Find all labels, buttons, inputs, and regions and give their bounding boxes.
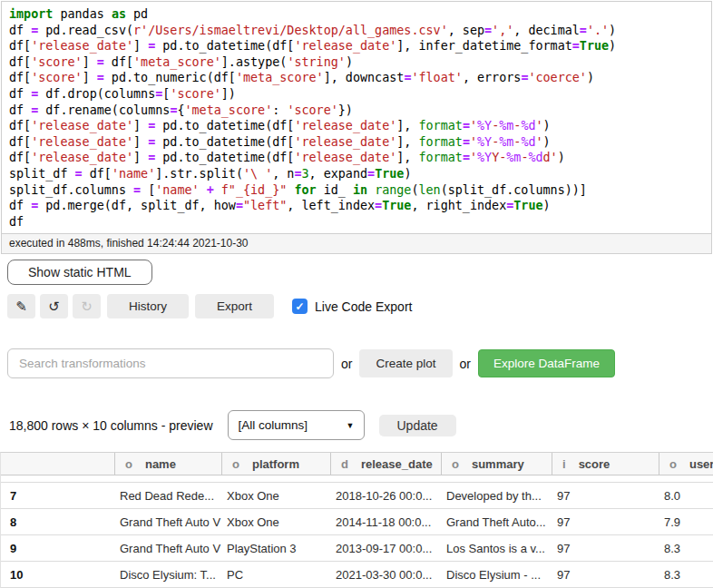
table-row[interactable]: 7Red Dead Rede...Xbox One2018-10-26 00:0… bbox=[1, 483, 713, 509]
table-cell: Developed by th... bbox=[441, 483, 552, 508]
code-line: df['score'] = pd.to_numeric(df['meta_sco… bbox=[9, 70, 704, 86]
table-cell: 8.3 bbox=[659, 535, 713, 561]
dtype-badge: o bbox=[232, 457, 239, 471]
or-label: or bbox=[460, 357, 471, 371]
code-line: df = pd.read_csv(r'/Users/ismaeltrevi/De… bbox=[9, 23, 704, 39]
row-index: 9 bbox=[1, 535, 114, 561]
table-row[interactable]: 9Grand Theft Auto VPlayStation 32013-09-… bbox=[1, 535, 713, 562]
column-label: user bbox=[689, 457, 713, 471]
caret-down-icon: ▼ bbox=[347, 421, 355, 430]
table-cell: Disco Elysium - ... bbox=[441, 562, 552, 587]
redo-button[interactable]: ↻ bbox=[73, 294, 101, 318]
code-line: df['score'] = df['meta_score'].astype('s… bbox=[9, 54, 704, 71]
column-header-user[interactable]: ouser bbox=[659, 453, 713, 475]
explore-dataframe-button[interactable]: Explore DataFrame bbox=[478, 349, 615, 377]
table-cell: PlayStation 3 bbox=[221, 535, 330, 561]
live-code-export-checkbox[interactable]: ✓ bbox=[292, 299, 308, 314]
code-line: import pandas as pd bbox=[9, 6, 704, 23]
undo-button[interactable]: ↺ bbox=[40, 294, 68, 318]
or-label: or bbox=[341, 357, 352, 371]
table-cell: 8.0 bbox=[659, 483, 713, 508]
code-line: df = pd.merge(df, split_df, how="left", … bbox=[9, 198, 704, 214]
table-cell: Grand Theft Auto... bbox=[441, 509, 552, 534]
undo-icon: ↺ bbox=[48, 299, 60, 315]
table-cell: Xbox One bbox=[221, 509, 330, 534]
table-header-row: onameoplatformdrelease_dateosummaryiscor… bbox=[1, 453, 713, 475]
pencil-icon: ✎ bbox=[15, 299, 27, 315]
column-label: score bbox=[579, 457, 610, 471]
table-cell: 97 bbox=[552, 509, 659, 534]
search-transformations-input[interactable] bbox=[7, 348, 334, 378]
checkmark-icon: ✓ bbox=[296, 300, 305, 313]
column-header-platform[interactable]: oplatform bbox=[221, 453, 330, 475]
code-line: df['release_date'] = pd.to_datetime(df['… bbox=[9, 38, 704, 54]
column-label: release_date bbox=[361, 457, 433, 471]
table-cell: Red Dead Rede... bbox=[114, 483, 221, 508]
index-column-header bbox=[1, 453, 114, 475]
column-header-score[interactable]: iscore bbox=[552, 453, 659, 475]
column-label: platform bbox=[252, 457, 299, 471]
table-cell: 2021-03-30 00:0... bbox=[330, 562, 441, 587]
dataframe-preview-table[interactable]: onameoplatformdrelease_dateosummaryiscor… bbox=[0, 452, 713, 588]
row-index: 7 bbox=[1, 483, 114, 508]
table-cell: 97 bbox=[552, 535, 659, 561]
table-row[interactable]: 10Disco Elysium: T...PC2021-03-30 00:0..… bbox=[1, 562, 713, 588]
history-button[interactable]: History bbox=[107, 294, 189, 318]
column-filter-value: [All columns] bbox=[239, 418, 308, 432]
table-body: 7Red Dead Rede...Xbox One2018-10-26 00:0… bbox=[1, 483, 713, 588]
row-index: 10 bbox=[1, 562, 114, 587]
column-header-release_date[interactable]: drelease_date bbox=[330, 453, 441, 475]
code-line: split_df.columns = ['name' + f"_{id_}" f… bbox=[9, 182, 704, 199]
table-cell: Grand Theft Auto V bbox=[114, 535, 221, 561]
table-cell: Grand Theft Auto V bbox=[114, 509, 221, 534]
code-area[interactable]: import pandas as pddf = pd.read_csv(r'/U… bbox=[2, 2, 711, 233]
table-cell: 7.9 bbox=[659, 509, 713, 534]
table-cell: PC bbox=[221, 562, 330, 587]
table-cell: Xbox One bbox=[221, 483, 330, 508]
table-partial-row bbox=[1, 475, 713, 483]
table-cell: Los Santos is a v... bbox=[441, 535, 552, 561]
toolbar: ✎ ↺ ↻ History Export ✓ Live Code Export bbox=[7, 294, 713, 318]
dtype-badge: o bbox=[452, 457, 459, 471]
table-cell: 2013-09-17 00:0... bbox=[330, 535, 441, 561]
code-line: df bbox=[9, 214, 704, 230]
table-cell: 97 bbox=[552, 483, 659, 508]
create-plot-button[interactable]: Create plot bbox=[359, 349, 452, 377]
row-index: 8 bbox=[1, 509, 114, 534]
code-line: split_df = df['name'].str.split('\ ', n=… bbox=[9, 166, 704, 182]
table-cell: Disco Elysium: T... bbox=[114, 562, 221, 587]
column-header-summary[interactable]: osummary bbox=[441, 453, 552, 475]
table-cell: 2018-10-26 00:0... bbox=[330, 483, 441, 508]
live-code-export-label: Live Code Export bbox=[315, 299, 412, 314]
export-button[interactable]: Export bbox=[195, 294, 274, 318]
dtype-badge: i bbox=[562, 457, 566, 471]
table-cell: 8.3 bbox=[659, 562, 713, 587]
edit-button[interactable]: ✎ bbox=[7, 294, 35, 318]
execution-status: executed in 488ms, finished 14:24:44 202… bbox=[2, 233, 711, 253]
code-line: df['release_date'] = pd.to_datetime(df['… bbox=[9, 118, 704, 134]
code-line: df = df.drop(columns=['score']) bbox=[9, 86, 704, 103]
dtype-badge: o bbox=[125, 457, 132, 471]
code-line: df['release_date'] = pd.to_datetime(df['… bbox=[9, 134, 704, 151]
table-cell: 2014-11-18 00:0... bbox=[330, 509, 441, 534]
dtype-badge: o bbox=[669, 457, 677, 471]
column-label: name bbox=[145, 457, 176, 471]
dtype-badge: d bbox=[341, 457, 348, 471]
redo-icon: ↻ bbox=[81, 299, 93, 315]
dataframe-shape-summary: 18,800 rows × 10 columns - preview bbox=[9, 418, 213, 433]
column-filter-select[interactable]: [All columns] ▼ bbox=[228, 410, 365, 440]
show-static-html-button[interactable]: Show static HTML bbox=[7, 260, 152, 285]
column-label: summary bbox=[472, 457, 524, 471]
code-line: df['release_date'] = pd.to_datetime(df['… bbox=[9, 150, 704, 166]
column-header-name[interactable]: oname bbox=[114, 453, 221, 475]
update-button[interactable]: Update bbox=[379, 415, 456, 436]
table-row[interactable]: 8Grand Theft Auto VXbox One2014-11-18 00… bbox=[1, 509, 713, 535]
table-cell: 97 bbox=[552, 562, 659, 587]
code-cell: import pandas as pddf = pd.read_csv(r'/U… bbox=[1, 1, 712, 254]
code-line: df = df.rename(columns={'meta_score': 's… bbox=[9, 103, 704, 119]
